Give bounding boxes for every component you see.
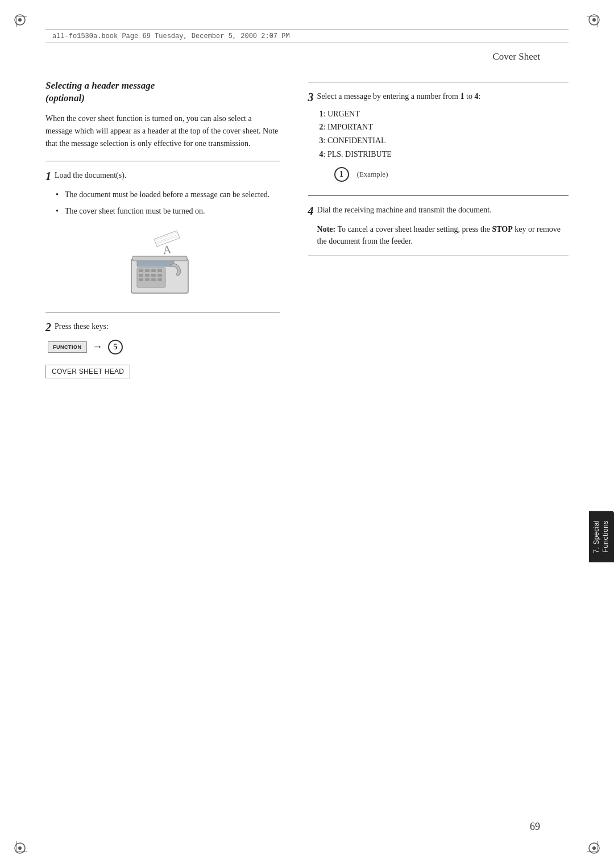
svg-rect-18	[139, 278, 143, 281]
option-4: 4: PLS. DISTRIBUTE	[320, 148, 481, 161]
side-tab-line1: 7. Special	[592, 520, 600, 553]
cover-sheet-head-area: COVER SHEET HEAD	[45, 360, 280, 378]
arrow-icon: →	[92, 341, 102, 353]
right-divider-top	[308, 82, 569, 82]
page-title: Cover Sheet	[492, 51, 540, 62]
svg-point-7	[592, 846, 596, 850]
fax-image: A	[120, 228, 211, 302]
example-row: 1 (Example)	[334, 167, 481, 182]
note-stop: STOP	[492, 225, 512, 233]
svg-rect-15	[145, 274, 150, 277]
svg-point-1	[18, 18, 22, 22]
note-block: Note: To cancel a cover sheet header set…	[317, 223, 569, 248]
svg-text:A: A	[160, 242, 172, 256]
divider-1	[45, 161, 280, 161]
svg-rect-11	[145, 269, 150, 272]
svg-rect-22	[137, 261, 174, 266]
example-label: (Example)	[357, 169, 388, 180]
left-column: Selecting a header message (optional) Wh…	[45, 74, 297, 800]
svg-rect-16	[151, 274, 156, 277]
svg-rect-23	[132, 256, 187, 261]
step-3-row: 3 Select a message by entering a number …	[308, 90, 569, 187]
step-2-number: 2	[45, 321, 51, 334]
step-3-number: 3	[308, 91, 314, 104]
reg-mark-tl	[14, 14, 26, 26]
fax-illustration: A	[51, 228, 280, 302]
option-1: 1: URGENT	[320, 107, 481, 121]
step-1-text: Load the document(s).	[55, 169, 273, 181]
options-list: 1: URGENT 2: IMPORTANT 3: CONFIDENTIAL 4…	[320, 107, 481, 161]
step-1-bullets: The document must be loaded before a mes…	[56, 189, 280, 217]
side-tab-line2: Functions	[601, 521, 609, 553]
function-key: FUNCTION	[48, 341, 87, 353]
svg-point-5	[18, 846, 22, 850]
step-1-number: 1	[45, 170, 51, 183]
step-4-row: 4 Dial the receiving machine and transmi…	[308, 204, 569, 248]
option-3: 3: CONFIDENTIAL	[320, 134, 481, 148]
right-divider-bottom	[308, 256, 569, 256]
step-1-row: 1 Load the document(s).	[45, 169, 280, 183]
svg-rect-14	[139, 274, 143, 277]
section-title: Selecting a header message (optional)	[45, 80, 280, 105]
svg-rect-12	[151, 269, 156, 272]
svg-rect-10	[139, 269, 143, 272]
cover-sheet-head-label: COVER SHEET HEAD	[45, 365, 130, 378]
right-column: 3 Select a message by entering a number …	[297, 74, 569, 800]
right-divider-mid	[308, 195, 569, 196]
svg-rect-17	[157, 274, 162, 277]
step2-circle-5: 5	[108, 340, 123, 354]
step-4-number: 4	[308, 205, 314, 218]
keys-area: FUNCTION → 5	[48, 340, 280, 354]
file-info-bar: all-fo1530a.book Page 69 Tuesday, Decemb…	[45, 30, 569, 43]
example-circle: 1	[334, 167, 349, 182]
step-3-text: Select a message by entering a number fr…	[317, 92, 481, 101]
svg-rect-19	[145, 278, 150, 281]
note-label: Note:	[317, 225, 336, 233]
bullet-1: The document must be loaded before a mes…	[56, 189, 280, 201]
page-number: 69	[530, 821, 540, 833]
divider-2	[45, 312, 280, 312]
section-intro: When the cover sheet function is turned …	[45, 112, 280, 149]
file-info-text: all-fo1530a.book Page 69 Tuesday, Decemb…	[52, 32, 290, 40]
bullet-2: The cover sheet function must be turned …	[56, 205, 280, 218]
step-2-row: 2 Press these keys:	[45, 320, 280, 334]
main-content: Selecting a header message (optional) Wh…	[45, 74, 569, 800]
step-3-content: Select a message by entering a number fr…	[317, 90, 481, 187]
step-4-text: Dial the receiving machine and transmit …	[317, 206, 492, 214]
svg-rect-20	[151, 278, 156, 281]
reg-mark-tr	[588, 14, 600, 26]
note-text: To cancel a cover sheet header setting, …	[338, 225, 490, 233]
option-2: 2: IMPORTANT	[320, 120, 481, 134]
reg-mark-bl	[14, 842, 26, 854]
svg-rect-21	[157, 278, 162, 281]
step-2-text: Press these keys:	[55, 320, 273, 332]
svg-rect-13	[157, 269, 162, 272]
side-tab: 7. Special Functions	[589, 511, 614, 562]
reg-mark-br	[588, 842, 600, 854]
step-4-content: Dial the receiving machine and transmit …	[317, 204, 569, 248]
svg-point-3	[592, 18, 596, 22]
